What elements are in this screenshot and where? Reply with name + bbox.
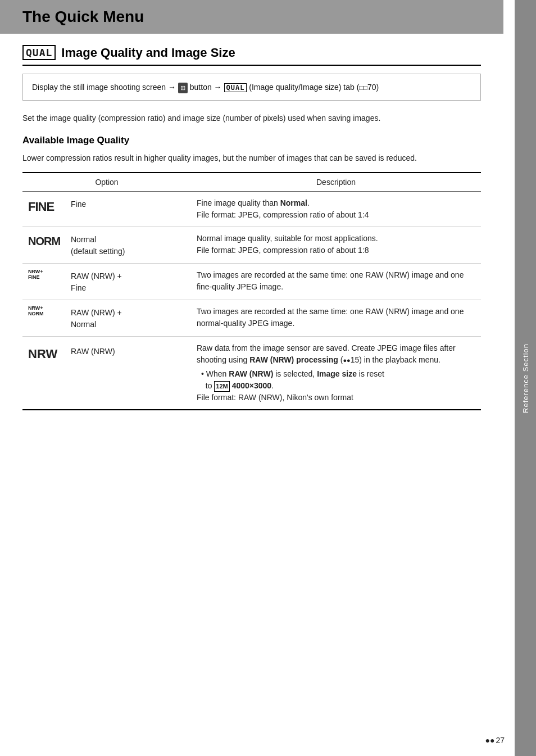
page-ref-icon: □□ [359, 84, 367, 92]
table-row: NORM Normal(default setting) Normal imag… [22, 227, 481, 264]
table-row: NRW+ FINE RAW (NRW) +Fine Two images are… [22, 264, 481, 300]
nrw-icon: NRW [28, 345, 62, 363]
menu-button-icon: ⊞ [178, 83, 188, 94]
table-row: FINE Fine Fine image quality than Normal… [22, 192, 481, 227]
page-number: ●●27 [485, 736, 505, 745]
norm-label: Normal(default setting) [71, 233, 125, 257]
compression-note: Lower compression ratios result in highe… [22, 152, 481, 164]
nrw-label: RAW (NRW) [71, 345, 115, 357]
instruction-box: Display the still image shooting screen … [22, 74, 481, 101]
table-row: NRW+ NORM RAW (NRW) +Normal Two images a… [22, 300, 481, 337]
page-num-text: ●● [485, 736, 495, 745]
option-cell-nrw: NRW RAW (NRW) [22, 337, 191, 410]
option-cell-norm: NORM Normal(default setting) [22, 227, 191, 264]
quality-table: Option Description FINE Fine Fine image … [22, 172, 481, 410]
page-num-digits: 27 [496, 736, 505, 745]
title-bar: The Quick Menu [0, 0, 503, 34]
instruction-text: Display the still image shooting screen … [32, 83, 379, 92]
option-cell-nrw-fine: NRW+ FINE RAW (NRW) +Fine [22, 264, 191, 300]
image-size-icon: 12M [214, 381, 229, 392]
sidebar-label: Reference Section [521, 343, 530, 413]
section-title: Image Quality and Image Size [61, 46, 235, 60]
reference-sidebar: Reference Section [515, 0, 536, 756]
table-row: NRW RAW (NRW) Raw data from the image se… [22, 337, 481, 410]
fine-label: Fine [71, 197, 86, 210]
description-paragraph: Set the image quality (compression ratio… [22, 112, 481, 124]
subsection-heading: Available Image Quality [22, 135, 481, 146]
norm-icon: NORM [28, 233, 62, 250]
nrw-norm-label: RAW (NRW) +Normal [71, 306, 122, 331]
section-heading: QUAL Image Quality and Image Size [22, 45, 481, 66]
fine-description: Fine image quality than Normal. File for… [191, 192, 481, 227]
page-title: The Quick Menu [22, 8, 481, 26]
nrw-description: Raw data from the image sensor are saved… [191, 337, 481, 410]
qual-tab-icon: QUAL [224, 83, 247, 92]
qual-icon: QUAL [22, 45, 56, 60]
norm-description: Normal image quality, suitable for most … [191, 227, 481, 264]
col-header-option: Option [22, 173, 191, 192]
nrw-norm-description: Two images are recorded at the same time… [191, 300, 481, 337]
fine-icon: FINE [28, 197, 62, 216]
option-cell-fine: FINE Fine [22, 192, 191, 227]
nrw-norm-icon: NRW+ NORM [28, 306, 62, 317]
col-header-description: Description [191, 173, 481, 192]
nrw-fine-icon: NRW+ FINE [28, 269, 62, 280]
option-cell-nrw-norm: NRW+ NORM RAW (NRW) +Normal [22, 300, 191, 337]
nrw-fine-description: Two images are recorded at the same time… [191, 264, 481, 300]
nrw-fine-label: RAW (NRW) +Fine [71, 269, 122, 294]
